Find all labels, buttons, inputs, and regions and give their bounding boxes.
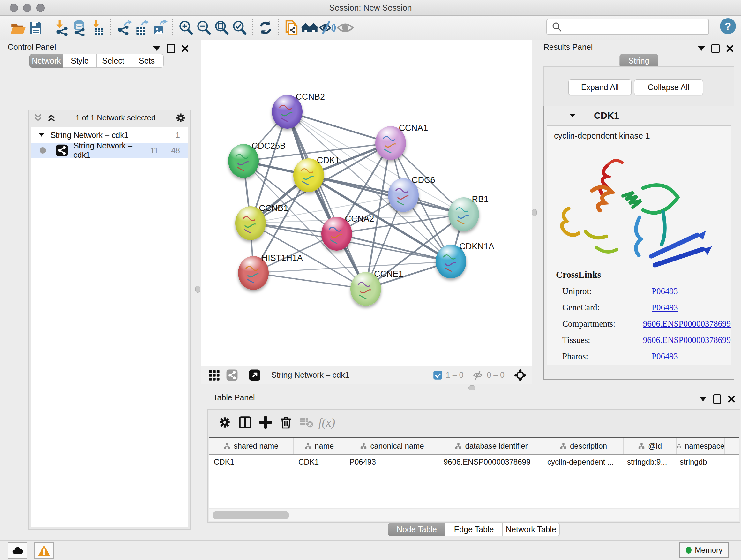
column-header-canonical-name[interactable]: canonical name bbox=[345, 438, 440, 454]
table-panel-menu-icon[interactable] bbox=[699, 397, 706, 401]
help-button[interactable]: ? bbox=[720, 18, 736, 34]
scrollbar-thumb[interactable] bbox=[212, 511, 289, 519]
network-row[interactable]: String Network – cdk1 11 48 bbox=[31, 143, 188, 158]
tab-style[interactable]: Style bbox=[63, 54, 97, 68]
export-image-button[interactable] bbox=[151, 19, 169, 37]
create-column-button[interactable] bbox=[255, 414, 276, 431]
grid-view-icon[interactable] bbox=[208, 369, 220, 381]
crosslink-link[interactable]: P06493 bbox=[652, 303, 678, 313]
expand-all-icon[interactable] bbox=[47, 113, 56, 123]
hide-glass-button[interactable] bbox=[319, 19, 336, 37]
bottom-splitter-handle[interactable] bbox=[468, 385, 475, 390]
navigate-crosshair-icon[interactable] bbox=[513, 368, 527, 382]
column-header-database-identifier[interactable]: database identifier bbox=[440, 438, 543, 454]
zoom-selected-button[interactable] bbox=[230, 19, 248, 37]
network-collection-row[interactable]: String Network – cdk1 1 bbox=[31, 127, 188, 143]
table-horizontal-scrollbar[interactable] bbox=[209, 509, 739, 521]
string-home-button[interactable] bbox=[300, 19, 319, 37]
crosslink-link[interactable]: P06493 bbox=[652, 287, 678, 296]
protein-structure-image bbox=[549, 143, 728, 270]
crosslink-link[interactable]: P06493 bbox=[652, 352, 678, 361]
import-network-file-button[interactable] bbox=[53, 19, 71, 37]
column-sort-icon bbox=[305, 442, 312, 449]
results-panel-float-icon[interactable] bbox=[711, 44, 720, 53]
zoom-fit-button[interactable] bbox=[212, 19, 230, 37]
import-table-button[interactable] bbox=[89, 19, 107, 37]
tab-network-table[interactable]: Network Table bbox=[502, 523, 560, 537]
results-panel-close-icon[interactable] bbox=[726, 45, 734, 52]
control-panel-menu-icon[interactable] bbox=[153, 46, 160, 51]
toolbar-separator bbox=[172, 19, 173, 37]
control-panel-float-icon[interactable] bbox=[166, 44, 175, 53]
hidden-eye-icon[interactable] bbox=[472, 369, 483, 381]
warnings-button[interactable] bbox=[34, 543, 54, 559]
selected-checkbox-icon[interactable] bbox=[433, 370, 443, 380]
crosslink-link[interactable]: 9606.ENSP00000378699 bbox=[643, 335, 731, 345]
crosslink-link[interactable]: 9606.ENSP00000378699 bbox=[643, 319, 731, 329]
memory-button[interactable]: Memory bbox=[679, 543, 729, 558]
column-header-name[interactable]: name bbox=[293, 438, 345, 454]
delete-column-button[interactable] bbox=[276, 414, 296, 431]
open-folder-icon bbox=[10, 20, 26, 36]
right-splitter-handle[interactable] bbox=[532, 209, 537, 216]
table-cell[interactable]: stringdb bbox=[675, 457, 723, 466]
entry-gene-name: CDK1 bbox=[594, 111, 619, 121]
collection-expand-icon[interactable] bbox=[38, 132, 45, 138]
network-list-panel: 1 of 1 Network selected String Network –… bbox=[28, 110, 191, 530]
zoom-out-button[interactable] bbox=[195, 19, 212, 37]
left-splitter-handle[interactable] bbox=[195, 286, 200, 293]
column-header-description[interactable]: description bbox=[543, 438, 623, 454]
results-tab-string[interactable]: String bbox=[619, 54, 658, 68]
table-cell[interactable]: CDK1 bbox=[293, 457, 344, 466]
column-header-shared-name[interactable]: shared name bbox=[209, 438, 293, 454]
column-header-@id[interactable]: @id bbox=[623, 438, 677, 454]
entry-collapse-icon[interactable] bbox=[569, 112, 576, 119]
table-cell[interactable]: stringdb:9... bbox=[622, 457, 675, 466]
table-row[interactable]: CDK1CDK1P064939606.ENSP00000378699cyclin… bbox=[209, 455, 739, 469]
export-table-button[interactable] bbox=[133, 19, 151, 37]
expand-all-button[interactable]: Expand All bbox=[568, 79, 631, 95]
string-view-icon[interactable] bbox=[226, 369, 238, 381]
birdseye-view-icon[interactable] bbox=[249, 369, 261, 381]
export-network-button[interactable] bbox=[115, 19, 133, 37]
cloud-status-button[interactable] bbox=[8, 543, 27, 559]
tab-select[interactable]: Select bbox=[97, 54, 130, 68]
table-panel-float-icon[interactable] bbox=[713, 394, 721, 404]
table-cell[interactable]: P06493 bbox=[344, 457, 439, 466]
import-table-icon bbox=[90, 20, 106, 36]
tab-network[interactable]: Network bbox=[29, 54, 63, 68]
node-label-CCNA1: CCNA1 bbox=[399, 123, 428, 133]
control-panel-close-icon[interactable] bbox=[181, 45, 189, 52]
table-cell[interactable]: CDK1 bbox=[209, 457, 293, 466]
export-table-icon bbox=[134, 20, 150, 36]
network-edge-count: 48 bbox=[171, 146, 180, 155]
table-cell[interactable]: 9606.ENSP00000378699 bbox=[439, 457, 542, 466]
zoom-fit-icon bbox=[213, 20, 229, 36]
import-network-database-button[interactable] bbox=[71, 19, 89, 37]
tab-edge-table[interactable]: Edge Table bbox=[446, 523, 502, 537]
edge-HIST1H1A-CCNE1[interactable] bbox=[253, 273, 366, 289]
show-columns-button[interactable] bbox=[235, 414, 255, 431]
zoom-in-button[interactable] bbox=[177, 19, 195, 37]
network-canvas[interactable]: CCNB2CCNA1CDC25BCDK1CDC6RB1CCNB1CCNA2CDK… bbox=[201, 40, 532, 366]
tab-node-table[interactable]: Node Table bbox=[388, 523, 446, 537]
refresh-icon bbox=[258, 20, 273, 36]
save-session-button[interactable] bbox=[27, 19, 45, 37]
tab-sets[interactable]: Sets bbox=[130, 54, 164, 68]
search-input[interactable] bbox=[565, 20, 709, 34]
table-panel-close-icon[interactable] bbox=[728, 395, 735, 403]
open-session-button[interactable] bbox=[9, 19, 27, 37]
results-panel-menu-icon[interactable] bbox=[698, 46, 705, 51]
table-cell[interactable]: cyclin-dependent ... bbox=[542, 457, 622, 466]
collapse-all-icon[interactable] bbox=[33, 113, 43, 123]
network-view-toolbar: String Network – cdk1 1 – 0 0 – 0 bbox=[201, 366, 532, 384]
eye-gray-icon bbox=[337, 19, 354, 37]
show-glass-button[interactable] bbox=[336, 19, 354, 37]
node-result-header[interactable]: CDK1 bbox=[544, 106, 734, 125]
table-settings-button[interactable] bbox=[214, 414, 235, 431]
collapse-all-button[interactable]: Collapse All bbox=[634, 79, 703, 95]
clone-network-button[interactable] bbox=[283, 19, 300, 37]
network-options-gear-icon[interactable] bbox=[175, 112, 186, 124]
column-header-namespace[interactable]: namespace bbox=[677, 438, 725, 454]
apply-layout-button[interactable] bbox=[257, 19, 274, 37]
